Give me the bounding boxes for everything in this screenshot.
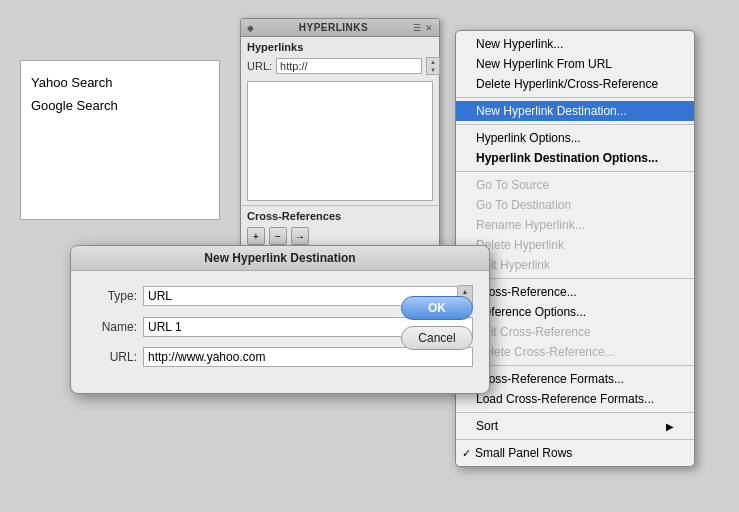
ok-button[interactable]: OK <box>401 296 473 320</box>
panel-url-row: URL: ▲ ▼ <box>241 55 439 77</box>
hyperlinks-panel: ◆ HYPERLINKS ☰ ✕ Hyperlinks URL: ▲ ▼ Cro… <box>240 18 440 249</box>
document-area: Yahoo Search Google Search <box>20 60 220 220</box>
context-menu: New Hyperlink... New Hyperlink From URL … <box>455 30 695 467</box>
panel-url-stepper: ▲ ▼ <box>426 57 440 75</box>
panel-close-icon[interactable]: ✕ <box>425 23 433 33</box>
menu-item-new-hyperlink-url[interactable]: New Hyperlink From URL <box>456 54 694 74</box>
menu-item-sort-label: Sort <box>476 419 498 433</box>
submenu-arrow-icon: ▶ <box>666 421 674 432</box>
panel-title: HYPERLINKS <box>299 22 368 33</box>
menu-item-load-crossref-formats[interactable]: Load Cross-Reference Formats... <box>456 389 694 409</box>
dialog-titlebar: New Hyperlink Destination <box>71 246 489 271</box>
panel-hyperlinks-list <box>247 81 433 201</box>
menu-item-rename-hyperlink: Rename Hyperlink... <box>456 215 694 235</box>
panel-title-icons: ☰ ✕ <box>413 23 433 33</box>
doc-line-1: Yahoo Search <box>31 71 209 94</box>
menu-item-goto-dest: Go To Destination <box>456 195 694 215</box>
menu-sep-7 <box>456 439 694 440</box>
menu-item-goto-source: Go To Source <box>456 175 694 195</box>
panel-url-input[interactable] <box>276 58 422 74</box>
menu-item-delete-crossref: Delete Cross-Reference... <box>456 342 694 362</box>
menu-sep-1 <box>456 97 694 98</box>
menu-item-edit-crossref: Edit Cross-Reference <box>456 322 694 342</box>
menu-sep-2 <box>456 124 694 125</box>
menu-item-small-panel-rows[interactable]: ✓Small Panel Rows <box>456 443 694 463</box>
panel-delete-icon[interactable]: − <box>269 227 287 245</box>
menu-sep-6 <box>456 412 694 413</box>
panel-new-icon[interactable]: + <box>247 227 265 245</box>
dialog-url-row: URL: <box>87 347 473 367</box>
dialog-url-label: URL: <box>87 350 137 364</box>
stepper-down[interactable]: ▼ <box>427 66 439 74</box>
type-label: Type: <box>87 289 137 303</box>
type-stepper-up[interactable]: ▲ <box>458 286 472 296</box>
panel-hyperlinks-header: Hyperlinks <box>241 37 439 55</box>
panel-crossrefs-header: Cross-References <box>241 205 439 224</box>
name-label: Name: <box>87 320 137 334</box>
dialog-buttons: OK Cancel <box>401 296 473 350</box>
menu-item-edit-hl: Edit Hyperlink <box>456 255 694 275</box>
menu-item-delete-hl: Delete Hyperlink <box>456 235 694 255</box>
menu-item-new-hyperlink[interactable]: New Hyperlink... <box>456 34 694 54</box>
doc-line-2: Google Search <box>31 94 209 117</box>
menu-sep-3 <box>456 171 694 172</box>
new-hyperlink-destination-dialog: New Hyperlink Destination OK Cancel Type… <box>70 245 490 394</box>
menu-item-sort[interactable]: Sort ▶ <box>456 416 694 436</box>
url-input[interactable] <box>143 347 473 367</box>
panel-titlebar: ◆ HYPERLINKS ☰ ✕ <box>241 19 439 37</box>
checkmark-icon: ✓ <box>462 447 471 459</box>
panel-goto-icon[interactable]: → <box>291 227 309 245</box>
menu-item-crossref-formats[interactable]: Cross-Reference Formats... <box>456 369 694 389</box>
menu-sep-4 <box>456 278 694 279</box>
panel-collapse-icon[interactable]: ◆ <box>247 23 254 33</box>
panel-url-label: URL: <box>247 60 272 72</box>
menu-item-reference-options[interactable]: Reference Options... <box>456 302 694 322</box>
menu-sep-5 <box>456 365 694 366</box>
dialog-content: OK Cancel Type: URL ▲ ▼ Name: URL: <box>71 271 489 393</box>
menu-item-hyperlink-options[interactable]: Hyperlink Options... <box>456 128 694 148</box>
stepper-up[interactable]: ▲ <box>427 58 439 66</box>
menu-item-cross-reference[interactable]: Cross-Reference... <box>456 282 694 302</box>
menu-item-delete-hyperlink[interactable]: Delete Hyperlink/Cross-Reference <box>456 74 694 94</box>
panel-menu-icon[interactable]: ☰ <box>413 23 421 33</box>
menu-item-new-destination[interactable]: New Hyperlink Destination... <box>456 101 694 121</box>
cancel-button[interactable]: Cancel <box>401 326 473 350</box>
menu-item-destination-options[interactable]: Hyperlink Destination Options... <box>456 148 694 168</box>
